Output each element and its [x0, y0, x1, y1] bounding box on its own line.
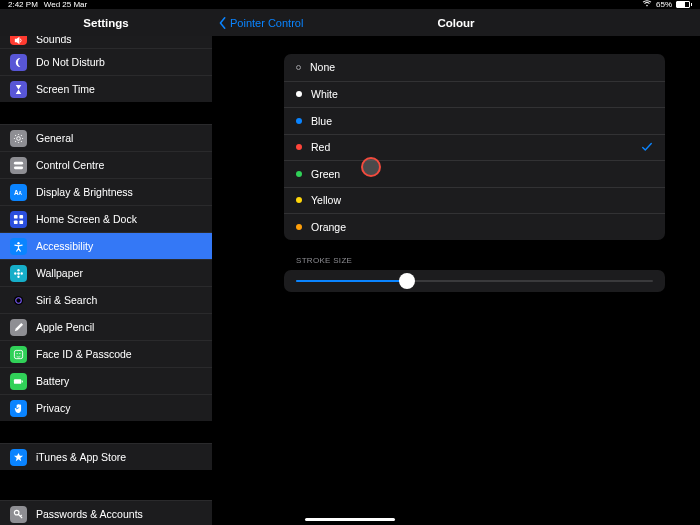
svg-rect-5: [14, 214, 18, 218]
sidebar-item-apple-pencil[interactable]: Apple Pencil: [0, 313, 212, 340]
speaker-icon: [10, 36, 27, 45]
slider-thumb[interactable]: [399, 273, 415, 289]
battery-icon: [10, 373, 27, 390]
colour-swatch: [296, 224, 302, 230]
sidebar-item-battery[interactable]: Battery: [0, 367, 212, 394]
sidebar-item-label: Face ID & Passcode: [36, 348, 132, 360]
hand-icon: [10, 400, 27, 417]
colour-option-white[interactable]: White: [284, 81, 665, 108]
colour-option-yellow[interactable]: Yellow: [284, 187, 665, 214]
sidebar-item-label: Wallpaper: [36, 267, 83, 279]
stroke-size-label: STROKE SIZE: [296, 256, 665, 265]
sidebar-item-privacy[interactable]: Privacy: [0, 394, 212, 421]
svg-point-0: [17, 136, 21, 140]
svg-rect-20: [14, 379, 21, 384]
colour-swatch: [296, 144, 302, 150]
sidebar-item-siri-search[interactable]: Siri & Search: [0, 286, 212, 313]
colour-option-label: Blue: [311, 115, 332, 127]
sidebar-item-passwords-accounts[interactable]: Passwords & Accounts: [0, 500, 212, 525]
sidebar-item-label: Battery: [36, 375, 69, 387]
sidebar-item-face-id-passcode[interactable]: Face ID & Passcode: [0, 340, 212, 367]
svg-rect-2: [14, 166, 23, 169]
status-time: 2:42 PM: [8, 0, 38, 9]
face-icon: [10, 346, 27, 363]
svg-rect-17: [14, 350, 22, 358]
appstore-icon: [10, 449, 27, 466]
battery-icon: [676, 1, 692, 8]
switches-icon: [10, 157, 27, 174]
chevron-left-icon: [218, 17, 228, 29]
svg-rect-7: [14, 220, 18, 224]
pointer-preview: [361, 157, 381, 177]
sidebar-item-control-centre[interactable]: Control Centre: [0, 151, 212, 178]
colour-swatch: [296, 171, 302, 177]
colour-option-label: Green: [311, 168, 340, 180]
sidebar-item-wallpaper[interactable]: Wallpaper: [0, 259, 212, 286]
svg-point-19: [19, 352, 20, 353]
sidebar-item-label: Apple Pencil: [36, 321, 94, 333]
svg-point-18: [16, 352, 17, 353]
sidebar-item-label: Screen Time: [36, 83, 95, 95]
text-size-icon: AA: [10, 184, 27, 201]
svg-point-10: [17, 272, 20, 275]
sidebar-item-label: General: [36, 132, 73, 144]
svg-point-9: [17, 242, 19, 244]
battery-percent: 65%: [656, 0, 672, 9]
colour-swatch: [296, 91, 302, 97]
sidebar-item-label: Siri & Search: [36, 294, 97, 306]
flower-icon: [10, 265, 27, 282]
colour-option-orange[interactable]: Orange: [284, 213, 665, 240]
wifi-icon: [642, 0, 652, 9]
sidebar-item-label: Do Not Disturb: [36, 56, 105, 68]
svg-rect-8: [19, 220, 23, 224]
colour-swatch: [296, 65, 301, 70]
accessibility-icon: [10, 238, 27, 255]
colour-option-label: Orange: [311, 221, 346, 233]
colour-swatch: [296, 197, 302, 203]
colour-option-green[interactable]: Green: [284, 160, 665, 187]
sidebar-item-label: Sounds: [36, 36, 72, 45]
svg-point-11: [17, 269, 19, 271]
status-date: Wed 25 Mar: [44, 0, 87, 9]
sidebar-item-label: Passwords & Accounts: [36, 508, 143, 520]
colour-swatch: [296, 118, 302, 124]
home-indicator[interactable]: [305, 518, 395, 521]
sidebar-item-label: Privacy: [36, 402, 70, 414]
svg-point-12: [17, 275, 19, 277]
svg-rect-21: [22, 380, 23, 382]
svg-rect-6: [19, 214, 23, 218]
sidebar-item-sounds[interactable]: Sounds: [0, 36, 212, 48]
stroke-size-slider[interactable]: [296, 280, 653, 283]
key-icon: [10, 506, 27, 523]
detail-pane: Pointer Control Colour NoneWhiteBlueRedG…: [212, 9, 700, 525]
svg-point-13: [14, 272, 16, 274]
sidebar-item-display-brightness[interactable]: AADisplay & Brightness: [0, 178, 212, 205]
sidebar-item-do-not-disturb[interactable]: Do Not Disturb: [0, 48, 212, 75]
sidebar-item-label: iTunes & App Store: [36, 451, 126, 463]
sidebar-item-accessibility[interactable]: Accessibility: [0, 232, 212, 259]
detail-title: Colour: [437, 17, 474, 29]
sidebar-item-label: Control Centre: [36, 159, 104, 171]
sidebar-item-label: Home Screen & Dock: [36, 213, 137, 225]
sidebar-item-label: Display & Brightness: [36, 186, 133, 198]
colour-option-label: Red: [311, 141, 330, 153]
sidebar-item-home-screen-dock[interactable]: Home Screen & Dock: [0, 205, 212, 232]
sidebar-item-itunes-app-store[interactable]: iTunes & App Store: [0, 443, 212, 470]
back-label: Pointer Control: [230, 17, 303, 29]
svg-point-14: [21, 272, 23, 274]
pencil-icon: [10, 319, 27, 336]
sidebar-item-screen-time[interactable]: Screen Time: [0, 75, 212, 102]
colour-options: NoneWhiteBlueRedGreenYellowOrange: [284, 54, 665, 240]
colour-option-blue[interactable]: Blue: [284, 107, 665, 134]
grid-icon: [10, 211, 27, 228]
checkmark-icon: [641, 141, 653, 153]
colour-option-label: Yellow: [311, 194, 341, 206]
colour-option-label: White: [311, 88, 338, 100]
siri-icon: [10, 292, 27, 309]
sidebar-item-label: Accessibility: [36, 240, 93, 252]
settings-sidebar: Settings SoundsDo Not DisturbScreen Time…: [0, 9, 212, 525]
colour-option-none[interactable]: None: [284, 54, 665, 81]
back-button[interactable]: Pointer Control: [218, 17, 303, 29]
sidebar-item-general[interactable]: General: [0, 124, 212, 151]
colour-option-red[interactable]: Red: [284, 134, 665, 161]
